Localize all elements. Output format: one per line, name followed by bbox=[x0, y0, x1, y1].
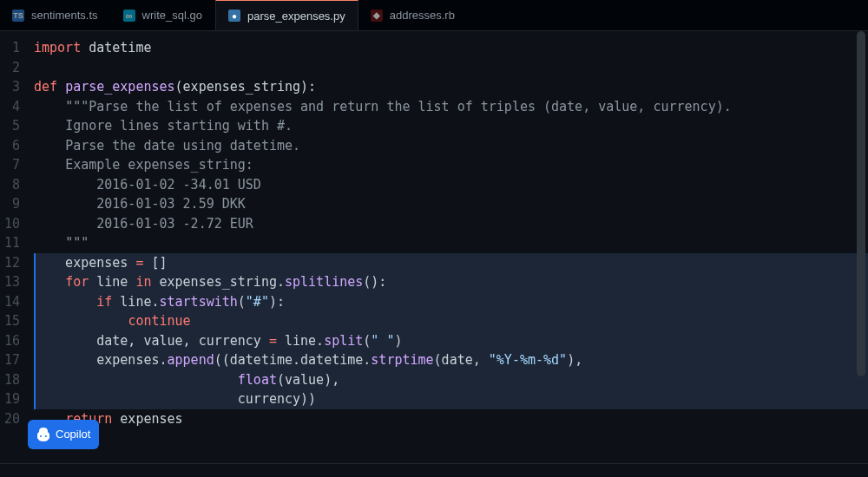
code-token: line. bbox=[277, 331, 324, 351]
code-token: "#" bbox=[246, 292, 269, 312]
ruby-icon: ◆ bbox=[371, 10, 383, 22]
code-token: Ignore lines starting with #. bbox=[65, 116, 293, 136]
line-number: 16 bbox=[0, 331, 29, 351]
line-number: 19 bbox=[0, 389, 29, 409]
code-token: ) bbox=[394, 331, 402, 351]
code-token: append bbox=[168, 350, 214, 370]
line-number: 13 bbox=[0, 272, 29, 292]
code-token: splitlines bbox=[285, 272, 363, 292]
copilot-label: Copilot bbox=[56, 425, 90, 445]
code-token: [] bbox=[143, 253, 167, 273]
code-line[interactable] bbox=[34, 58, 868, 78]
code-area[interactable]: import datetimedef parse_expenses(expens… bbox=[29, 31, 868, 463]
code-line[interactable]: Ignore lines starting with #. bbox=[34, 116, 868, 136]
line-number: 6 bbox=[0, 136, 29, 156]
code-token: for bbox=[65, 272, 89, 292]
line-number: 8 bbox=[0, 175, 29, 195]
code-token: (value), bbox=[277, 370, 339, 390]
line-number: 18 bbox=[0, 370, 29, 390]
code-token: Example expenses_string: bbox=[65, 155, 253, 175]
code-token: """ bbox=[65, 233, 89, 253]
code-line[interactable]: date, value, currency = line.split(" ") bbox=[34, 331, 868, 351]
code-token: """Parse the list of expenses and return… bbox=[65, 97, 732, 117]
code-line[interactable]: def parse_expenses(expenses_string): bbox=[34, 77, 868, 97]
code-token: currency)) bbox=[34, 389, 316, 409]
code-token bbox=[34, 292, 96, 312]
code-token: expenses. bbox=[34, 350, 168, 370]
python-icon: ● bbox=[228, 10, 240, 22]
code-editor[interactable]: 1234567891011121314151617181920 import d… bbox=[0, 31, 868, 463]
code-token: (date, bbox=[434, 350, 489, 370]
code-line[interactable]: """Parse the list of expenses and return… bbox=[34, 97, 868, 117]
code-token: ( bbox=[238, 292, 246, 312]
code-token: in bbox=[135, 272, 151, 292]
code-token: (): bbox=[363, 272, 386, 292]
line-number: 1 bbox=[0, 38, 29, 58]
code-token: ): bbox=[269, 292, 285, 312]
code-line[interactable]: expenses.append((datetime.datetime.strpt… bbox=[34, 350, 868, 370]
footer-bar bbox=[0, 463, 868, 477]
typescript-icon: TS bbox=[12, 10, 24, 22]
code-token bbox=[34, 194, 96, 214]
code-token: parse_expenses bbox=[65, 77, 174, 97]
code-token: startswith bbox=[160, 292, 238, 312]
code-token bbox=[34, 116, 65, 136]
tab-addresses-rb[interactable]: ◆ addresses.rb bbox=[358, 0, 468, 30]
code-token: 2016-01-02 -34.01 USD bbox=[96, 175, 261, 195]
code-token: expenses_string. bbox=[151, 272, 285, 292]
code-token: Parse the date using datetime. bbox=[65, 136, 300, 156]
code-token: "%Y-%m-%d" bbox=[489, 350, 567, 370]
code-line[interactable]: Parse the date using datetime. bbox=[34, 136, 868, 156]
code-token bbox=[34, 175, 96, 195]
scrollbar-thumb[interactable] bbox=[857, 31, 865, 376]
tab-sentiments-ts[interactable]: TS sentiments.ts bbox=[0, 0, 111, 30]
line-number: 9 bbox=[0, 194, 29, 214]
code-line[interactable]: 2016-01-03 -2.72 EUR bbox=[34, 214, 868, 234]
code-token: = bbox=[135, 253, 143, 273]
code-line[interactable]: float(value), bbox=[34, 370, 868, 390]
tab-parse-expenses-py[interactable]: ● parse_expenses.py bbox=[215, 0, 358, 30]
code-token: import bbox=[34, 38, 81, 58]
line-number: 4 bbox=[0, 97, 29, 117]
code-token: expenses bbox=[112, 409, 182, 429]
code-token: ((datetime.datetime. bbox=[214, 350, 372, 370]
code-line[interactable]: if line.startswith("#"): bbox=[34, 292, 868, 312]
code-token bbox=[34, 136, 65, 156]
code-token bbox=[34, 233, 65, 253]
code-token: ( bbox=[363, 331, 371, 351]
code-token: line bbox=[89, 272, 135, 292]
code-token: expenses bbox=[34, 253, 135, 273]
code-line[interactable]: currency)) bbox=[34, 389, 868, 409]
tabbar: TS sentiments.ts ∞ write_sql.go ● parse_… bbox=[0, 0, 868, 31]
code-token: ), bbox=[567, 350, 582, 370]
code-line[interactable]: 2016-01-03 2.59 DKK bbox=[34, 194, 868, 214]
code-token bbox=[57, 77, 65, 97]
line-number: 2 bbox=[0, 58, 29, 78]
code-line[interactable]: Example expenses_string: bbox=[34, 155, 868, 175]
line-number: 5 bbox=[0, 116, 29, 136]
code-line[interactable]: """ bbox=[34, 233, 868, 253]
code-token: float bbox=[238, 370, 277, 390]
code-line[interactable]: return expenses bbox=[34, 409, 868, 429]
tab-label: parse_expenses.py bbox=[247, 10, 345, 23]
code-token: 2016-01-03 -2.72 EUR bbox=[96, 214, 253, 234]
line-number: 20 bbox=[0, 409, 29, 429]
tab-label: sentiments.ts bbox=[31, 9, 98, 22]
code-line[interactable]: expenses = [] bbox=[34, 253, 868, 273]
code-line[interactable]: import datetime bbox=[34, 38, 868, 58]
code-token bbox=[34, 370, 238, 390]
line-number: 17 bbox=[0, 350, 29, 370]
code-line[interactable]: for line in expenses_string.splitlines()… bbox=[34, 272, 868, 292]
code-line[interactable]: 2016-01-02 -34.01 USD bbox=[34, 175, 868, 195]
code-token: = bbox=[269, 331, 277, 351]
vertical-scrollbar[interactable] bbox=[857, 31, 865, 463]
code-line[interactable]: continue bbox=[34, 311, 868, 331]
code-token: date, value, currency bbox=[34, 331, 269, 351]
tab-label: addresses.rb bbox=[390, 9, 455, 22]
copilot-button[interactable]: Copilot bbox=[28, 420, 99, 450]
line-number-gutter: 1234567891011121314151617181920 bbox=[0, 31, 29, 463]
code-token bbox=[34, 155, 65, 175]
tab-label: write_sql.go bbox=[142, 9, 202, 22]
code-token bbox=[34, 97, 65, 117]
tab-write-sql-go[interactable]: ∞ write_sql.go bbox=[111, 0, 215, 30]
